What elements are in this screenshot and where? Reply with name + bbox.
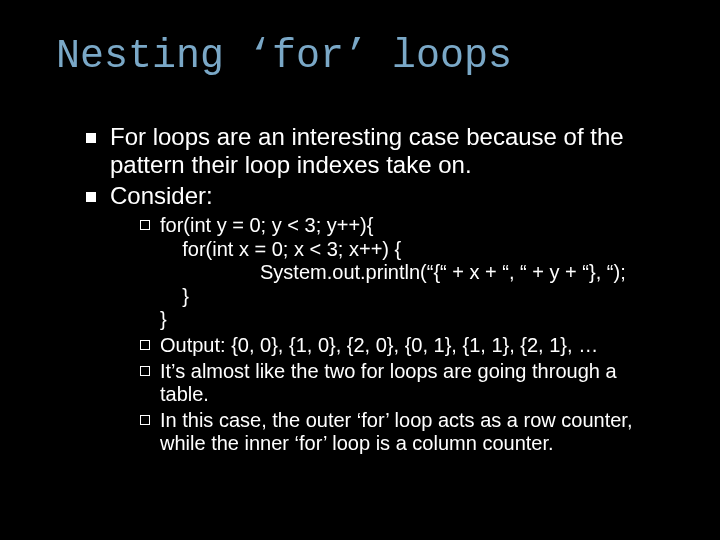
sub-output-text: Output: {0, 0}, {1, 0}, {2, 0}, {0, 1}, … (160, 334, 598, 356)
sub-inthis-text: In this case, the outer ‘for’ loop acts … (160, 409, 632, 455)
bullet-list: For loops are an interesting case becaus… (86, 123, 664, 456)
bullet-consider: Consider: for(int y = 0; y < 3; y++){ fo… (86, 182, 664, 456)
sub-output: Output: {0, 0}, {1, 0}, {2, 0}, {0, 1}, … (140, 334, 664, 358)
sub-inthis: In this case, the outer ‘for’ loop acts … (140, 409, 664, 456)
bullet-intro: For loops are an interesting case becaus… (86, 123, 664, 180)
sub-bullet-list: for(int y = 0; y < 3; y++){ for(int x = … (140, 214, 664, 456)
slide: Nesting ‘for’ loops For loops are an int… (0, 0, 720, 540)
bullet-consider-text: Consider: (110, 182, 213, 209)
code-block: for(int y = 0; y < 3; y++){ for(int x = … (160, 214, 664, 332)
sub-code: for(int y = 0; y < 3; y++){ for(int x = … (140, 214, 664, 332)
sub-almost-text: It’s almost like the two for loops are g… (160, 360, 617, 406)
slide-title: Nesting ‘for’ loops (56, 34, 664, 79)
bullet-intro-text: For loops are an interesting case becaus… (110, 123, 624, 178)
sub-almost: It’s almost like the two for loops are g… (140, 360, 664, 407)
